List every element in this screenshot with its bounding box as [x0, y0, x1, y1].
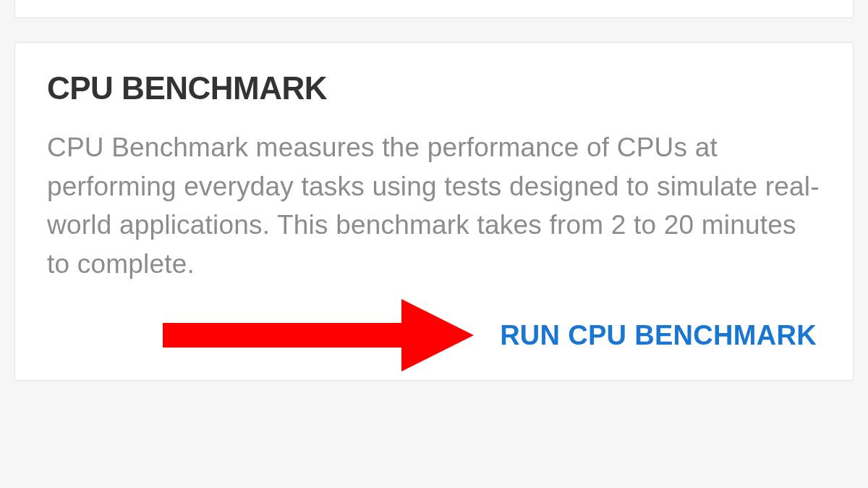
svg-rect-0: [163, 323, 409, 348]
card-description: CPU Benchmark measures the performance o…: [47, 128, 821, 284]
card-action-row: RUN CPU BENCHMARK: [47, 313, 821, 358]
cpu-benchmark-card: CPU BENCHMARK CPU Benchmark measures the…: [14, 42, 854, 381]
arrow-right-icon: [163, 295, 474, 375]
card-title: CPU BENCHMARK: [47, 70, 821, 106]
svg-marker-1: [401, 299, 474, 371]
run-cpu-benchmark-button[interactable]: RUN CPU BENCHMARK: [495, 313, 821, 358]
previous-card-fragment: [14, 0, 854, 18]
